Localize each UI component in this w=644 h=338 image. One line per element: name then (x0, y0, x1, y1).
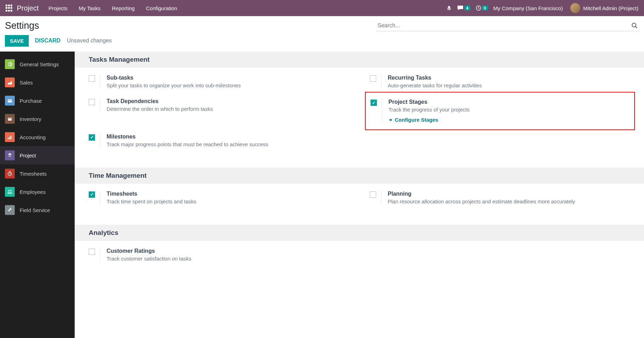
configure-stages-link[interactable]: Configure Stages (388, 117, 438, 123)
checkbox-recurring-tasks[interactable] (370, 75, 376, 82)
settings-sidebar: General SettingsSalesPurchaseInventoryAc… (0, 52, 75, 338)
user-menu[interactable]: Mitchell Admin (Project) (583, 5, 638, 11)
setting-title: Milestones (107, 134, 268, 140)
sidebar-item-sales[interactable]: Sales (0, 73, 75, 92)
svg-point-10 (10, 190, 12, 191)
sidebar-icon (5, 205, 15, 215)
brand[interactable]: Project (17, 4, 39, 12)
sidebar-label: Timesheets (20, 171, 47, 177)
sidebar-item-employees[interactable]: Employees (0, 183, 75, 201)
setting-recurring-tasks: Recurring Tasks Auto-generate tasks for … (370, 75, 630, 88)
checkbox-timesheets[interactable] (89, 191, 95, 198)
section-body: Timesheets Track time spent on projects … (75, 184, 644, 225)
setting-desc: Track customer satisfaction on tasks (107, 256, 191, 262)
search-input[interactable] (378, 22, 631, 29)
section-head-analytics: Analytics (75, 225, 644, 241)
sidebar-icon (5, 132, 15, 142)
checkbox-project-stages[interactable] (371, 100, 377, 106)
page-title: Settings (5, 20, 39, 31)
setting-desc: Track time spent on projects and tasks (107, 198, 196, 204)
svg-rect-7 (11, 136, 12, 139)
setting-desc: Auto-generate tasks for regular activiti… (388, 82, 482, 88)
checkbox-planning[interactable] (370, 191, 376, 198)
sidebar-icon (5, 96, 15, 106)
section-body: Sub-tasks Split your tasks to organize y… (75, 68, 644, 168)
setting-title: Customer Ratings (107, 248, 191, 254)
checkbox-sub-tasks[interactable] (89, 75, 95, 82)
sidebar-icon (5, 59, 15, 69)
sidebar-item-field-service[interactable]: Field Service (0, 201, 75, 219)
section-head-time-management: Time Management (75, 168, 644, 184)
sidebar-label: Accounting (20, 134, 46, 140)
sidebar-label: Inventory (20, 116, 41, 122)
topnav-menu: Projects My Tasks Reporting Configuratio… (48, 5, 187, 11)
menu-reporting[interactable]: Reporting (112, 5, 135, 11)
menu-my-tasks[interactable]: My Tasks (79, 5, 101, 11)
messages-badge: 4 (465, 6, 470, 11)
discard-button[interactable]: DISCARD (34, 35, 62, 47)
checkbox-customer-ratings[interactable] (89, 249, 95, 255)
debug-icon[interactable] (446, 5, 452, 11)
setting-project-stages: Project Stages Track the progress of you… (365, 92, 635, 130)
sidebar-item-accounting[interactable]: Accounting (0, 128, 75, 146)
sidebar-icon (5, 77, 15, 87)
setting-title: Timesheets (107, 191, 196, 197)
svg-rect-4 (8, 100, 12, 101)
svg-rect-5 (8, 138, 9, 139)
setting-title: Recurring Tasks (388, 75, 482, 81)
activities-badge: 9 (482, 6, 488, 11)
sidebar-label: Field Service (20, 207, 50, 213)
sidebar-item-timesheets[interactable]: Timesheets (0, 164, 75, 183)
subheader: Settings (0, 16, 644, 31)
svg-point-9 (8, 190, 9, 191)
setting-title: Task Dependencies (107, 98, 213, 104)
section-head-tasks-management: Tasks Management (75, 52, 644, 68)
setting-desc: Split your tasks to organize your work i… (107, 82, 241, 88)
sidebar-label: Sales (20, 80, 33, 86)
setting-desc: Determine the order in which to perform … (107, 106, 213, 112)
search-wrap (376, 20, 639, 31)
setting-desc: Plan resource allocation across projects… (388, 198, 575, 204)
menu-projects[interactable]: Projects (48, 5, 67, 11)
company-switcher[interactable]: My Company (San Francisco) (493, 5, 563, 11)
setting-task-dependencies: Task Dependencies Determine the order in… (89, 98, 349, 112)
setting-milestones: Milestones Track major progress points t… (89, 134, 349, 147)
sidebar-icon (5, 150, 15, 160)
setting-timesheets: Timesheets Track time spent on projects … (89, 191, 349, 204)
setting-title: Sub-tasks (107, 75, 241, 81)
sidebar-item-project[interactable]: Project (0, 146, 75, 164)
svg-rect-6 (9, 137, 10, 139)
sidebar-item-general-settings[interactable]: General Settings (0, 55, 75, 73)
menu-configuration[interactable]: Configuration (146, 5, 177, 11)
settings-content: Tasks Management Sub-tasks Split your ta… (75, 52, 644, 338)
avatar[interactable] (570, 3, 580, 13)
svg-point-0 (448, 6, 450, 8)
sidebar-icon (5, 169, 15, 178)
checkbox-milestones[interactable] (89, 134, 95, 141)
svg-rect-3 (8, 99, 12, 102)
setting-title: Planning (388, 191, 575, 197)
messages-icon[interactable]: 4 (457, 5, 470, 11)
topnav-right: 4 9 My Company (San Francisco) Mitchell … (446, 3, 638, 13)
sidebar-label: Employees (20, 189, 46, 195)
setting-sub-tasks: Sub-tasks Split your tasks to organize y… (89, 75, 349, 88)
sidebar-icon (5, 114, 15, 124)
sidebar-label: Purchase (20, 98, 42, 104)
action-bar: SAVE DISCARD Unsaved changes (0, 31, 644, 52)
save-button[interactable]: SAVE (5, 35, 29, 47)
setting-desc: Track the progress of your projects (388, 107, 469, 113)
sidebar-item-purchase[interactable]: Purchase (0, 92, 75, 110)
unsaved-label: Unsaved changes (67, 38, 112, 44)
sidebar-label: General Settings (20, 61, 59, 67)
setting-desc: Track major progress points that must be… (107, 141, 268, 147)
sidebar-label: Project (20, 153, 36, 158)
checkbox-task-dependencies[interactable] (89, 99, 95, 105)
apps-icon[interactable] (6, 5, 13, 12)
setting-customer-ratings: Customer Ratings Track customer satisfac… (89, 248, 349, 262)
sidebar-item-inventory[interactable]: Inventory (0, 110, 75, 128)
svg-point-2 (632, 23, 636, 27)
sidebar-icon (5, 187, 15, 197)
activities-icon[interactable]: 9 (476, 5, 488, 11)
section-body: Customer Ratings Track customer satisfac… (75, 241, 644, 282)
search-icon[interactable] (631, 22, 638, 29)
